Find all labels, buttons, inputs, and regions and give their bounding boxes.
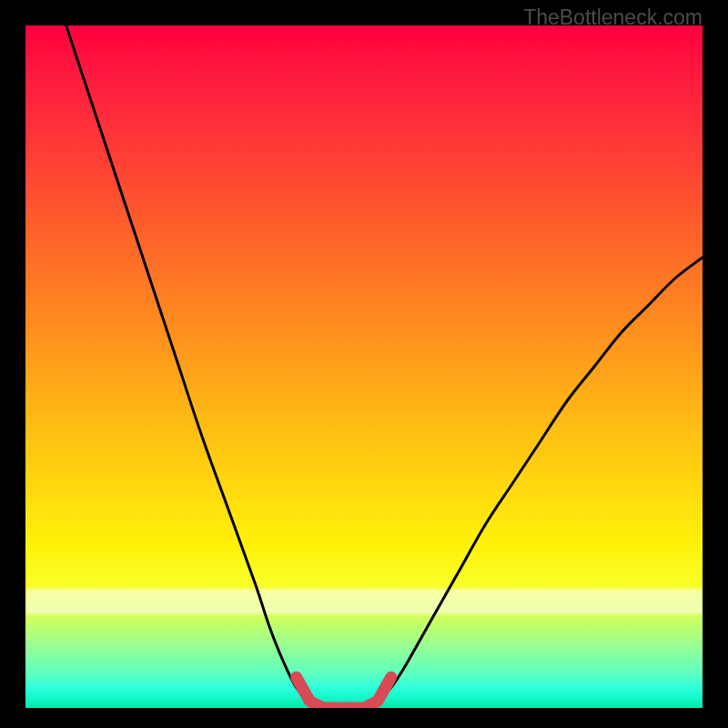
plot-area <box>25 25 703 708</box>
right-curve <box>378 258 703 702</box>
highlight-bracket <box>297 677 391 708</box>
curves-layer <box>25 25 703 708</box>
chart-frame: TheBottleneck.com <box>0 0 728 728</box>
left-curve <box>66 25 310 702</box>
